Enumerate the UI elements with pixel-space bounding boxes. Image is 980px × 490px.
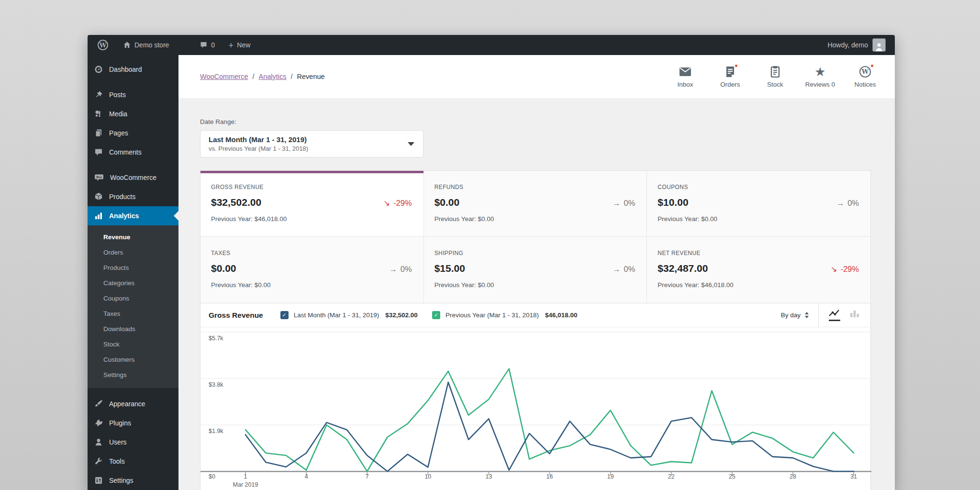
howdy-text: Howdy, demo <box>827 41 868 49</box>
tile-delta: →0% <box>612 265 635 274</box>
notices-button[interactable]: W Notices <box>849 66 881 88</box>
reviews-button[interactable]: ★ Reviews 0 <box>804 66 836 88</box>
inbox-button[interactable]: Inbox <box>669 66 702 88</box>
submenu-item-orders[interactable]: Orders <box>88 245 178 260</box>
sidebar-item-label: Settings <box>109 477 134 484</box>
stock-button[interactable]: Stock <box>759 66 791 88</box>
wordpress-logo-icon[interactable]: W <box>98 40 108 50</box>
breadcrumb-analytics[interactable]: Analytics <box>258 73 286 80</box>
sidebar-item-label: Posts <box>109 91 126 99</box>
account-menu[interactable]: Howdy, demo <box>827 39 885 51</box>
sidebar-item-label: Tools <box>109 457 125 465</box>
activity-panel: Inbox Orders Stock ★ Reviews 0 <box>669 66 881 88</box>
submenu-item-coupons[interactable]: Coupons <box>88 290 178 306</box>
y-axis-label: $1.9k <box>209 428 223 434</box>
unread-badge <box>870 64 874 68</box>
interval-select[interactable]: By day <box>781 312 818 319</box>
media-icon <box>94 110 103 118</box>
submenu-item-taxes[interactable]: Taxes <box>88 306 178 321</box>
avatar <box>873 39 885 51</box>
sidebar-item-appearance[interactable]: Appearance <box>88 394 178 413</box>
date-range-picker[interactable]: Last Month (Mar 1 - 31, 2019) vs. Previo… <box>200 130 423 157</box>
submenu-item-products[interactable]: Products <box>88 260 178 275</box>
tile-previous: Previous Year: $46,018.00 <box>211 215 412 223</box>
breadcrumb-woocommerce[interactable]: WooCommerce <box>200 73 248 80</box>
line-chart-toggle[interactable] <box>828 309 841 321</box>
tile-delta: →0% <box>612 199 635 208</box>
sidebar-item-label: Analytics <box>109 212 139 220</box>
sidebar-item-label: Dashboard <box>109 66 142 73</box>
tile-taxes[interactable]: TAXES $0.00 →0% Previous Year: $0.00 <box>200 237 424 303</box>
bar-chart-icon <box>94 212 103 220</box>
active-underline <box>829 320 840 321</box>
analytics-submenu: Revenue Orders Products Categories Coupo… <box>88 225 178 388</box>
plus-icon: + <box>228 41 234 50</box>
site-link[interactable]: Demo store <box>123 41 169 49</box>
tile-coupons[interactable]: COUPONS $10.00 →0% Previous Year: $0.00 <box>647 171 870 237</box>
tile-value: $10.00 <box>657 197 688 208</box>
tile-gross-revenue[interactable]: GROSS REVENUE $32,502.00 ↘-29% Previous … <box>200 171 424 237</box>
tile-previous: Previous Year: $0.00 <box>211 281 412 289</box>
tile-refunds[interactable]: REFUNDS $0.00 →0% Previous Year: $0.00 <box>424 171 647 237</box>
revenue-line-chart[interactable]: $5.7k$3.8k$1.9k$01471013161922252831Mar … <box>200 327 871 490</box>
tile-previous: Previous Year: $46,018.00 <box>657 281 859 289</box>
sidebar-item-dashboard[interactable]: Dashboard <box>88 60 178 79</box>
wordpress-icon: W <box>859 66 871 78</box>
legend-last-month[interactable]: ✓ Last Month (Mar 1 - 31, 2019) $32,502.… <box>280 311 418 319</box>
wp-admin-bar: W Demo store 0 + New Howdy, demo <box>88 35 895 55</box>
chart-title: Gross Revenue <box>209 311 263 320</box>
sidebar-item-posts[interactable]: Posts <box>88 85 178 104</box>
submenu-item-revenue[interactable]: Revenue <box>88 229 178 245</box>
sidebar-item-analytics[interactable]: Analytics <box>88 206 178 225</box>
sidebar-item-settings[interactable]: Settings <box>88 471 178 490</box>
wrench-icon <box>94 457 103 466</box>
legend-previous-year[interactable]: ✓ Previous Year (Mar 1 - 31, 2018) $46,0… <box>432 311 578 319</box>
x-axis-label: 4 <box>305 473 308 480</box>
tile-value: $32,487.00 <box>657 263 708 274</box>
series-line-previous-year-mar-1-31-2018[interactable] <box>245 369 854 471</box>
x-axis-label: 31 <box>850 473 857 480</box>
sidebar-item-tools[interactable]: Tools <box>88 452 178 471</box>
sidebar-item-products[interactable]: Products <box>88 187 178 206</box>
sidebar-item-pages[interactable]: Pages <box>88 123 178 143</box>
x-axis-label: 19 <box>607 473 614 480</box>
submenu-item-settings[interactable]: Settings <box>88 367 178 382</box>
x-axis-label: 22 <box>668 473 675 480</box>
y-axis-label: $5.7k <box>209 335 223 342</box>
sidebar-item-plugins[interactable]: Plugins <box>88 413 178 433</box>
tile-previous: Previous Year: $0.00 <box>434 215 635 223</box>
date-range-label: Date Range: <box>200 118 871 125</box>
bar-chart-toggle[interactable] <box>849 309 860 321</box>
sidebar-item-comments[interactable]: Comments <box>88 143 178 162</box>
x-axis-label: 1 <box>244 473 247 480</box>
sliders-icon <box>94 476 103 485</box>
submenu-item-downloads[interactable]: Downloads <box>88 321 178 336</box>
checkbox-checked-icon[interactable]: ✓ <box>432 311 440 319</box>
chart-plot-area[interactable]: $5.7k$3.8k$1.9k$01471013161922252831Mar … <box>200 327 870 490</box>
comments-shortcut[interactable]: 0 <box>200 41 215 49</box>
tile-net-revenue[interactable]: NET REVENUE $32,487.00 ↘-29% Previous Ye… <box>647 237 870 303</box>
checkbox-checked-icon[interactable]: ✓ <box>280 311 289 319</box>
date-range-secondary: vs. Previous Year (Mar 1 - 31, 2018) <box>209 145 308 152</box>
home-icon <box>123 41 131 49</box>
trend-flat-icon: → <box>836 199 845 208</box>
sidebar-item-users[interactable]: Users <box>88 433 178 452</box>
breadcrumb-separator: / <box>291 73 293 80</box>
trend-down-icon: ↘ <box>831 265 837 274</box>
submenu-item-customers[interactable]: Customers <box>88 352 178 367</box>
tile-previous: Previous Year: $0.00 <box>434 281 635 289</box>
y-axis-label: $3.8k <box>209 381 223 388</box>
submenu-item-categories[interactable]: Categories <box>88 275 178 290</box>
new-content-button[interactable]: + New <box>228 41 250 50</box>
unread-badge <box>734 64 738 68</box>
tile-shipping[interactable]: SHIPPING $15.00 →0% Previous Year: $0.00 <box>424 237 647 303</box>
series-line-last-month-mar-1-31-2019[interactable] <box>245 382 854 471</box>
sidebar-item-woocommerce[interactable]: Woo WooCommerce <box>88 168 178 187</box>
sidebar-item-media[interactable]: Media <box>88 104 178 123</box>
comments-count: 0 <box>211 41 215 49</box>
star-icon: ★ <box>814 66 825 78</box>
orders-button[interactable]: Orders <box>714 66 746 88</box>
x-axis-label: 7 <box>366 473 369 480</box>
trend-flat-icon: → <box>389 265 397 274</box>
submenu-item-stock[interactable]: Stock <box>88 336 178 352</box>
